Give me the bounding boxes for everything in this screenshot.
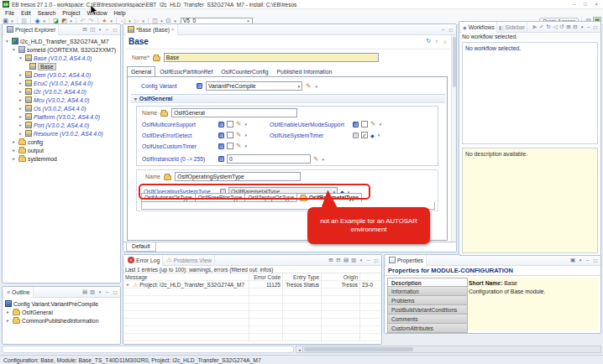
expand-all-icon[interactable]: ⊞ <box>565 23 572 30</box>
tree-item-module-dem[interactable]: ▸ Dem (V3.0.2, AS4.4.0) <box>4 70 120 79</box>
pencil-caret-icon[interactable]: ▾ <box>314 84 318 89</box>
minimize-icon[interactable]: − <box>585 24 592 30</box>
new-wizard-caret-icon[interactable]: ▾ <box>10 18 14 23</box>
maximize-icon[interactable]: □ <box>592 257 599 263</box>
minimize-icon[interactable]: − <box>365 257 372 263</box>
config-variant-label[interactable]: Config Variant <box>141 83 193 89</box>
pencil-caret-icon[interactable]: ▾ <box>321 157 325 162</box>
collapse-all-icon[interactable]: ⊟ <box>572 23 579 30</box>
transform-caret-icon[interactable]: ▾ <box>69 18 73 23</box>
view-menu-icon[interactable]: ▾ <box>358 257 364 263</box>
tree-item-module-resource[interactable]: ▸ Resource (V3.0.2, AS4.4.0) <box>4 129 120 138</box>
tree-item-module-platform[interactable]: ▸ Platform (V3.0.2, AS4.4.0) <box>4 112 120 121</box>
menu-edit[interactable]: Edit <box>18 10 34 16</box>
expander-icon[interactable]: ▸ <box>11 139 17 144</box>
tree-item-project-root[interactable]: ▾ I2c_HLD_Transfer_S32G274A_M7 <box>4 37 120 45</box>
link-icon[interactable]: ◆ <box>370 133 375 138</box>
outline-item-commonpublishedinformation[interactable]: ▸ CommonPublishedInformation <box>5 316 120 325</box>
menu-search[interactable]: Search <box>34 10 60 16</box>
tab-published-information[interactable]: Published Information <box>273 66 337 76</box>
globe-caret-icon[interactable]: ▾ <box>42 18 46 23</box>
osifusecustomtimer-checkbox[interactable] <box>227 143 233 149</box>
tree-item-module-mcu[interactable]: ▸ Mcu (V3.0.2, AS4.4.0) <box>4 96 120 104</box>
expander-icon[interactable]: ▸ <box>11 148 17 153</box>
expander-icon[interactable]: ▸ <box>11 156 17 161</box>
column-time[interactable] <box>360 273 381 281</box>
minimize-icon[interactable]: − <box>104 289 111 295</box>
param-osifdeverrordetect-label[interactable]: OsIfDevErrorDetect <box>142 133 216 138</box>
tab-sidebar[interactable]: ◧ Sidebar <box>497 22 527 33</box>
menu-file[interactable]: File <box>2 10 18 16</box>
scrollbar-thumb[interactable] <box>304 347 413 351</box>
scroll-left-icon[interactable]: ◂ <box>296 346 303 353</box>
editor-scrollbar[interactable] <box>451 35 456 242</box>
tab-problems-view[interactable]: ⚠ Problems View <box>164 255 215 266</box>
expander-icon[interactable]: ▾ <box>4 39 10 44</box>
window-maximize-button[interactable]: □ <box>581 2 590 7</box>
tree-item-base-config[interactable]: Base <box>4 62 120 70</box>
expander-icon[interactable]: ▾ <box>18 55 24 60</box>
tab-default-page[interactable]: Default <box>126 242 156 252</box>
tree-item-module-base[interactable]: ▾ Base (V3.0.2, AS4.4.0) <box>4 54 120 62</box>
minimize-icon[interactable]: − <box>104 27 111 33</box>
expander-icon[interactable]: ▾ <box>11 47 17 52</box>
refresh-icon[interactable]: ↻ <box>426 38 431 44</box>
outline-item-config-variant[interactable]: Config Variant:VariantPreCompile <box>5 299 120 308</box>
outline-item-osifgeneral[interactable]: ▸ OsIfGeneral <box>5 308 120 316</box>
edit-pencil-icon[interactable]: ✎ <box>306 83 311 90</box>
edit-pencil-icon[interactable]: ✎ <box>313 156 318 163</box>
osifenableusermodesupport-checkbox[interactable] <box>361 121 368 127</box>
tab-properties[interactable]: Properties <box>386 255 427 266</box>
tree-item-ecu[interactable]: ▾ someId (CORTEXM, S32G2XXM7) <box>4 45 120 54</box>
minimize-icon[interactable]: − <box>440 27 447 33</box>
expander-icon[interactable]: ▸ <box>18 114 24 119</box>
edit-pencil-icon[interactable]: ✎ <box>370 121 375 127</box>
tab-workflows[interactable]: ◈ Workflows <box>461 22 497 33</box>
param-osifusesystemtimer-label[interactable]: OsIfUseSystemTimer <box>270 133 350 138</box>
navigate-up-icon[interactable]: ↑ <box>435 39 438 44</box>
expander-icon[interactable]: ▸ <box>5 318 11 323</box>
tree-item-module-ecuc[interactable]: ▸ EcuC (V3.0.2, AS4.4.0) <box>4 79 120 87</box>
tree-item-module-port[interactable]: ▸ Port (V3.0.2, AS4.4.0) <box>4 121 120 129</box>
view-menu-icon[interactable]: ▾ <box>579 24 585 29</box>
tab-outline[interactable]: ≡ Outline <box>4 287 34 298</box>
tree-item-folder-systemmod[interactable]: ▸ systemmod <box>4 154 120 163</box>
play-icon[interactable]: ▶ <box>532 23 538 30</box>
editor-tab-close-icon[interactable]: × <box>171 27 175 32</box>
properties-nav-customattributes[interactable]: CustomAttributes <box>387 324 468 333</box>
menu-project[interactable]: Project <box>59 10 83 16</box>
tree-item-module-i2c[interactable]: ▸ I2c (V3.0.2, AS4.4.0) <box>4 87 120 96</box>
column-entry-type[interactable]: Entry Type <box>283 273 322 281</box>
properties-nav-description[interactable]: Description <box>387 278 468 287</box>
properties-nav-problems[interactable]: Problems <box>387 296 468 305</box>
edit-pencil-icon[interactable]: ✎ <box>236 143 241 149</box>
section-expander-icon[interactable]: ▾ <box>134 96 137 101</box>
maximize-icon[interactable]: □ <box>373 257 380 263</box>
maximize-icon[interactable]: □ <box>112 289 118 295</box>
expander-icon[interactable]: ▸ <box>18 81 24 86</box>
maximize-icon[interactable]: □ <box>592 24 599 30</box>
sync-icon[interactable]: ↺ <box>558 23 565 30</box>
expander-icon[interactable]: ▸ <box>18 106 24 111</box>
edit-pencil-icon[interactable]: ✎ <box>236 132 241 138</box>
back-caret-icon[interactable]: ▾ <box>128 18 132 23</box>
tree-item-folder-config[interactable]: ▸ config <box>4 138 120 146</box>
tab-osifecucpartitionref[interactable]: OsIfEcucPartitionRef <box>155 66 217 76</box>
tab-error-log[interactable]: × Error Log <box>125 255 163 266</box>
pencil-caret-icon[interactable]: ▾ <box>244 143 248 148</box>
column-message[interactable]: Message <box>123 273 249 281</box>
column-origin[interactable]: Origin <box>322 273 360 281</box>
tree-item-folder-output[interactable]: ▸ output <box>4 146 120 154</box>
open-log-icon[interactable]: ▤ <box>343 257 349 263</box>
param-osifusecustomtimer-label[interactable]: OsIfUseCustomTimer <box>142 143 216 149</box>
link-caret-icon[interactable]: ▾ <box>377 133 381 138</box>
gen-name-field[interactable]: OsIfGeneral <box>171 108 297 117</box>
collapse-all-icon[interactable]: ⊟ <box>335 257 342 263</box>
expand-all-icon[interactable]: ⊞ <box>328 257 334 263</box>
pin-icon[interactable]: ▣ <box>569 257 576 263</box>
expander-icon[interactable]: ▸ <box>18 72 24 77</box>
expander-icon[interactable]: ▸ <box>18 122 24 127</box>
tab-osifcounterconfig[interactable]: OsIfCounterConfig <box>217 66 272 76</box>
run-caret-icon[interactable]: ▾ <box>160 18 164 23</box>
maximize-icon[interactable]: □ <box>448 27 454 33</box>
